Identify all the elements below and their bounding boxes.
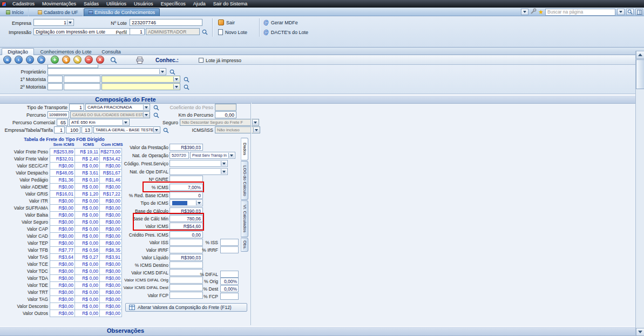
tab-conhecimentos-lote[interactable]: Conhecimentos do Lote — [36, 48, 96, 55]
motorista2-code-field[interactable] — [48, 83, 63, 90]
search-records-button[interactable] — [110, 56, 117, 64]
perc-icms-destino-field[interactable] — [170, 261, 203, 268]
tab-cadastro-uf[interactable]: Cadastro de UF — [33, 8, 83, 16]
dropdown-arrow-icon[interactable] — [159, 69, 165, 74]
percurso-code-field[interactable]: 10989999 — [48, 111, 69, 118]
menu-item[interactable]: Saídas — [80, 0, 103, 8]
motorista1-doc-field[interactable] — [64, 76, 100, 83]
nat-operacao-combo[interactable]: Prest Serv Transp In — [190, 152, 235, 159]
nat-operacao-code-field[interactable]: 520720 — [170, 152, 189, 159]
dropdown-arrow-icon[interactable] — [196, 200, 202, 205]
page-search-button[interactable] — [626, 9, 634, 15]
dropdown-arrow-icon[interactable] — [221, 169, 227, 174]
tabela-frete-lookup-button[interactable] — [162, 126, 170, 134]
dropdown-arrow-icon[interactable] — [173, 77, 179, 82]
gerar-mdfe-button[interactable]: @ Gerar MDFe — [263, 19, 298, 25]
tipo-transporte-lookup-button[interactable] — [152, 104, 160, 111]
lote-field[interactable]: 223207746 — [130, 19, 202, 26]
motorista2-lookup-button[interactable] — [182, 83, 190, 91]
km-percurso-field[interactable]: 0,00 — [215, 111, 236, 118]
dropdown-arrow-icon[interactable] — [228, 153, 234, 158]
add-record-button[interactable]: + — [51, 56, 59, 64]
tools-wrench-icon[interactable] — [530, 7, 537, 17]
menu-item[interactable]: Utilitários — [103, 0, 130, 8]
motorista2-name-combo[interactable] — [101, 83, 180, 90]
perc-dest-field[interactable]: 0,00% — [220, 285, 239, 292]
nat-ope-difal-combo[interactable] — [170, 168, 228, 175]
perc-red-base-field[interactable]: 0 — [170, 192, 203, 199]
page-search-input[interactable] — [545, 9, 615, 16]
base-calc-min-field[interactable]: 780,06 — [170, 215, 203, 222]
nav-next-button[interactable]: › — [26, 56, 34, 64]
tab-emissao-conhecimentos[interactable]: Emissão de Conhecimentos — [84, 8, 160, 16]
perc-difal-field[interactable] — [220, 271, 239, 278]
nav-last-button[interactable]: » — [37, 56, 45, 64]
favorites-star-icon[interactable]: ★ — [538, 9, 544, 15]
alterar-valores-button[interactable]: Alterar Valores da Composição do Frete (… — [125, 303, 247, 312]
menu-item[interactable]: Usuários — [130, 0, 157, 8]
lote-impresso-checkbox[interactable] — [199, 58, 204, 63]
tarifa-tarifa-field[interactable]: 13 — [82, 126, 92, 133]
sair-button[interactable]: Sair — [218, 19, 235, 25]
perc-icms-field[interactable]: 7,00% — [170, 184, 203, 191]
dropdown-arrow-icon[interactable] — [173, 84, 179, 89]
side-tab-vl-calculados[interactable]: Vl. Calculados — [241, 200, 248, 237]
dropdown-arrow-icon[interactable] — [143, 112, 149, 117]
dropdown-arrow-icon[interactable] — [252, 120, 258, 125]
dropdown-arrow-icon[interactable] — [143, 105, 149, 110]
vertical-scrollbar[interactable] — [635, 51, 644, 336]
dropdown-arrow-icon[interactable] — [67, 20, 73, 25]
valor-icms-field[interactable]: R$54,60 — [170, 223, 203, 230]
search-dropdown-arrow-icon[interactable] — [617, 9, 625, 15]
tarifa-tabela-field[interactable]: 100 — [66, 126, 80, 133]
gnre-field[interactable] — [170, 176, 203, 183]
percurso-comercial-combo[interactable]: ATÉ 650 Km — [69, 119, 130, 126]
tab-digitacao[interactable]: Digitação — [2, 48, 34, 55]
nav-prev-button[interactable]: ‹ — [15, 56, 23, 64]
motorista1-lookup-button[interactable] — [182, 76, 190, 83]
perc-fcp-field[interactable] — [220, 293, 239, 300]
percurso-comercial-code-field[interactable]: 65 — [57, 119, 68, 126]
perc-orig-field[interactable]: 0,00% — [220, 278, 239, 285]
side-tab-log-calculo[interactable]: LOG do Cálculo — [241, 161, 248, 200]
tab-consulta[interactable]: Consulta — [97, 48, 125, 55]
scroll-up-button[interactable] — [636, 51, 644, 59]
scroll-down-button[interactable] — [636, 328, 644, 336]
refresh-record-button[interactable]: ↯ — [62, 56, 70, 64]
dropdown-arrow-icon[interactable] — [153, 127, 159, 132]
perc-iss-field[interactable] — [220, 239, 239, 246]
motorista1-name-combo[interactable] — [101, 76, 180, 83]
dropdown-arrow-icon[interactable] — [221, 161, 227, 166]
perfil-code-field[interactable]: 1 — [130, 28, 145, 35]
perfil-lookup-button[interactable] — [201, 28, 208, 36]
tipo-transporte-combo[interactable]: CARGA FRACIONADA — [85, 104, 150, 111]
motorista2-doc-field[interactable] — [64, 83, 100, 90]
empresa-field[interactable]: 1 — [33, 19, 74, 26]
view-options-dropdown[interactable] — [521, 9, 528, 15]
dropdown-arrow-icon[interactable] — [253, 127, 259, 132]
nav-first-button[interactable]: « — [3, 56, 11, 64]
percurso-lookup-button[interactable] — [152, 111, 160, 119]
dropdown-arrow-icon[interactable] — [123, 120, 128, 125]
menu-item[interactable]: Movimentações — [38, 0, 80, 8]
dacte-lote-button[interactable]: @ DACTE's do Lote — [263, 29, 308, 35]
remove-record-button[interactable]: − — [85, 56, 93, 64]
menu-item[interactable]: Ajuda — [189, 0, 209, 8]
proprietario-combo[interactable] — [48, 68, 166, 75]
side-tab-obs[interactable]: Obs. — [241, 238, 248, 252]
edit-record-button[interactable]: ✎ — [73, 56, 82, 64]
cancel-record-button[interactable]: × — [96, 56, 104, 64]
menu-item[interactable]: Sair do Sistema — [209, 0, 252, 8]
menu-item[interactable]: Específicos — [157, 0, 189, 8]
panel-toggle-button[interactable] — [635, 9, 643, 15]
perc-irrf-field[interactable] — [220, 246, 239, 253]
tipo-icms-combo[interactable] — [170, 199, 203, 206]
proprietario-lookup-button[interactable] — [168, 68, 176, 76]
novo-lote-button[interactable]: Novo Lote — [218, 29, 247, 35]
motorista1-code-field[interactable] — [48, 76, 63, 83]
side-tab-dados[interactable]: Dados — [241, 138, 248, 160]
tipo-transporte-code-field[interactable]: 1 — [69, 104, 84, 111]
scroll-thumb[interactable] — [636, 59, 644, 89]
tab-inicio[interactable]: Início — [2, 8, 29, 16]
menu-item[interactable]: Cadastros — [9, 0, 38, 8]
